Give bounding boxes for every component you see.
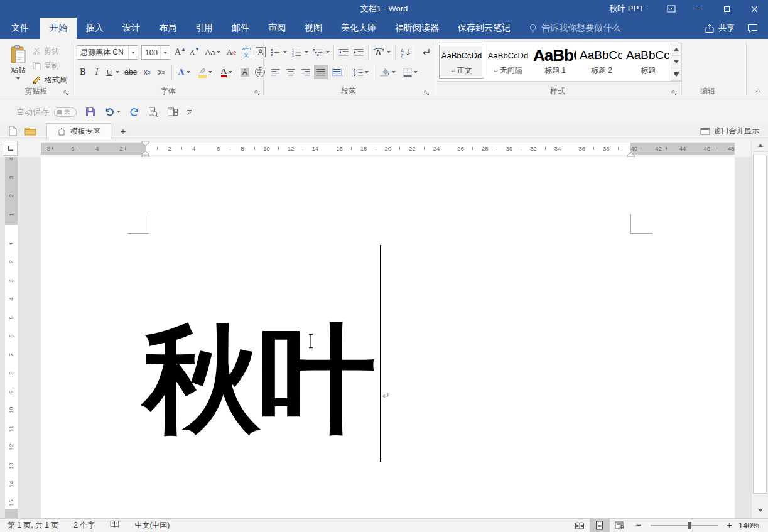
font-name-combo[interactable]: 思源黑体 CN <box>77 45 138 60</box>
numbering-dropdown[interactable] <box>303 45 310 59</box>
scroll-down-button[interactable] <box>752 504 768 516</box>
ribbon-tab[interactable]: 福昕阅读器 <box>386 18 448 39</box>
word-count[interactable]: 2 个字 <box>66 520 102 531</box>
font-dialog-launcher[interactable] <box>253 89 261 97</box>
font-name-dropdown[interactable] <box>128 46 138 59</box>
ribbon-tab[interactable]: 布局 <box>149 18 186 39</box>
maximize-button[interactable] <box>713 0 740 18</box>
minimize-button[interactable] <box>685 0 713 18</box>
bullets-button[interactable] <box>269 45 281 59</box>
align-center-button[interactable] <box>284 65 298 79</box>
shading-button[interactable] <box>377 65 398 79</box>
ribbon-tab[interactable]: 保存到云笔记 <box>448 18 520 39</box>
ribbon-tab[interactable]: 视图 <box>295 18 332 39</box>
decrease-indent-button[interactable] <box>337 45 350 59</box>
bold-button[interactable]: B <box>77 65 89 79</box>
merge-windows-button[interactable]: 窗口合并显示 <box>700 126 768 136</box>
italic-button[interactable]: I <box>90 65 103 79</box>
text-effects-button[interactable]: A <box>175 65 193 79</box>
borders-button[interactable] <box>399 65 421 79</box>
scrollbar-thumb[interactable] <box>753 155 767 494</box>
zoom-out-button[interactable]: − <box>630 519 644 531</box>
vertical-ruler[interactable]: 4321 123456789101112131415 <box>5 157 18 518</box>
first-line-indent-marker[interactable] <box>141 139 149 148</box>
justify-button[interactable] <box>314 65 328 79</box>
scroll-up-button[interactable] <box>752 139 768 152</box>
share-button[interactable]: 共享 <box>705 23 735 34</box>
customize-qat-button[interactable] <box>187 109 192 115</box>
undo-button[interactable] <box>104 107 121 116</box>
cut-button[interactable]: 剪切 <box>33 45 59 58</box>
switch-windows-button[interactable] <box>167 107 178 117</box>
multilevel-dropdown[interactable] <box>324 45 331 59</box>
grow-font-button[interactable]: A▲ <box>173 45 187 59</box>
ribbon-tab[interactable]: 邮件 <box>222 18 259 39</box>
paragraph-dialog-launcher[interactable] <box>423 89 431 97</box>
close-button[interactable] <box>740 0 768 18</box>
ribbon-tab[interactable]: 插入 <box>77 18 113 39</box>
language-indicator[interactable]: 中文(中国) <box>127 520 177 531</box>
phonetic-guide-button[interactable]: wén 文 <box>239 45 253 59</box>
asian-layout-button[interactable]: A <box>371 45 392 59</box>
tell-me-box[interactable]: 告诉我你想要做什么 <box>529 18 620 39</box>
proofing-button[interactable] <box>102 520 127 531</box>
open-folder-button[interactable] <box>21 124 39 139</box>
sort-button[interactable]: AZ <box>398 45 413 59</box>
tab-file[interactable]: 文件 <box>0 18 40 39</box>
web-layout-button[interactable] <box>610 519 630 532</box>
increase-indent-button[interactable] <box>352 45 365 59</box>
shrink-font-button[interactable]: A▼ <box>188 45 202 59</box>
redo-button[interactable] <box>129 107 139 117</box>
ribbon-tab[interactable]: 设计 <box>113 18 149 39</box>
distribute-button[interactable] <box>329 65 344 79</box>
print-layout-button[interactable] <box>590 519 610 532</box>
clipboard-dialog-launcher[interactable] <box>62 89 70 97</box>
style-card[interactable]: AaBbCcDd 标题 1 <box>532 45 577 79</box>
multilevel-list-button[interactable] <box>311 45 324 59</box>
styles-scroll-up[interactable] <box>671 43 681 56</box>
style-card[interactable]: AaBbCcDd 标题 2 <box>578 45 624 79</box>
collapse-ribbon-button[interactable] <box>752 87 764 95</box>
bullets-dropdown[interactable] <box>281 45 288 59</box>
align-left-button[interactable] <box>269 65 283 79</box>
numbering-button[interactable]: 123 <box>290 45 303 59</box>
change-case-button[interactable]: Aa <box>203 45 222 59</box>
new-document-button[interactable] <box>4 124 21 139</box>
font-size-dropdown[interactable] <box>160 46 170 59</box>
character-shading-button[interactable]: A <box>238 65 252 79</box>
ribbon-tab[interactable]: 开始 <box>40 18 77 39</box>
paste-button[interactable]: 粘贴 <box>4 43 33 88</box>
font-color-button[interactable]: A <box>217 65 236 79</box>
show-hide-marks-button[interactable] <box>418 45 432 59</box>
align-right-button[interactable] <box>299 65 313 79</box>
tab-template-zone[interactable]: 模板专区 <box>46 123 111 139</box>
print-preview-button[interactable] <box>148 107 158 117</box>
tab-stop-selector[interactable] <box>3 141 18 156</box>
style-card[interactable]: AaBbCcDd 标题 <box>625 45 670 79</box>
ribbon-tab[interactable]: 美化大师 <box>332 18 386 39</box>
document-page[interactable]: 秋叶 ↵ <box>41 157 735 518</box>
zoom-in-button[interactable]: + <box>725 520 735 531</box>
superscript-button[interactable]: x2 <box>154 65 168 79</box>
ribbon-tab[interactable]: 引用 <box>186 18 222 39</box>
page-indicator[interactable]: 第 1 页, 共 1 页 <box>0 520 66 531</box>
account-name[interactable]: 秋叶 PPT <box>609 3 644 14</box>
strikethrough-button[interactable]: abc <box>122 65 139 79</box>
text-highlight-button[interactable] <box>195 65 215 79</box>
style-card[interactable]: AaBbCcDd ↵正文 <box>439 45 484 79</box>
ribbon-display-options-button[interactable] <box>657 0 685 18</box>
zoom-slider[interactable] <box>651 525 718 526</box>
line-spacing-button[interactable] <box>350 65 371 79</box>
styles-more-button[interactable] <box>671 68 681 81</box>
subscript-button[interactable]: x2 <box>140 65 154 79</box>
styles-scroll-down[interactable] <box>671 56 681 68</box>
underline-dropdown[interactable] <box>114 65 121 79</box>
style-card[interactable]: AaBbCcDd ↵无间隔 <box>485 45 531 79</box>
clear-formatting-button[interactable]: A <box>225 45 239 59</box>
zoom-level[interactable]: 140% <box>735 521 768 530</box>
font-size-combo[interactable]: 100 <box>141 45 170 60</box>
ribbon-tab[interactable]: 审阅 <box>259 18 295 39</box>
read-mode-button[interactable] <box>570 519 590 532</box>
autosave-toggle[interactable]: 关 <box>54 107 77 117</box>
new-tab-button[interactable]: + <box>115 124 131 139</box>
